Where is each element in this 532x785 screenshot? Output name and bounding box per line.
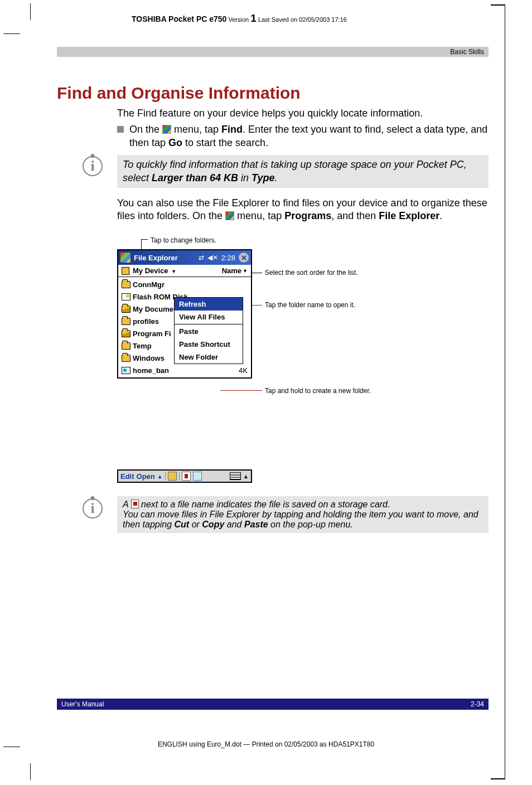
larger-than-label: Larger than 64 KB (152, 172, 238, 183)
page-cut-line (491, 778, 505, 779)
footer-bar: User's Manual 2-34 (57, 699, 489, 710)
menu-separator (175, 324, 243, 324)
manual-label: User's Manual (61, 700, 104, 708)
list-item[interactable]: home_ban4K (118, 364, 251, 376)
separator (165, 472, 166, 481)
folder-open-icon (122, 330, 130, 337)
intro-paragraph: The Find feature on your device helps yo… (117, 107, 489, 120)
file-explorer-label: File Explorer (379, 210, 439, 221)
crop-mark (3, 33, 20, 34)
callout-line (251, 273, 262, 273)
crop-mark (30, 763, 31, 780)
folder-icon (122, 342, 130, 350)
file-explorer-window: File Explorer ⇄ ◀✕ 2:28 ✕ My Device ▼ Na… (117, 249, 252, 379)
last-saved: Last Saved on 02/05/2003 17:16 (258, 16, 347, 23)
storage-card-icon[interactable] (182, 472, 191, 481)
tip-block-2-container: A next to a file name indicates the file… (117, 496, 489, 533)
find-label: Find (221, 124, 243, 135)
cut-label: Cut (175, 520, 190, 529)
storage-card-icon (122, 293, 130, 301)
keyboard-icon[interactable] (230, 472, 241, 480)
start-menu-icon (162, 125, 171, 134)
device-icon[interactable] (168, 472, 177, 481)
network-icon[interactable] (193, 472, 202, 481)
callout-line (220, 390, 262, 391)
start-menu-icon (225, 211, 234, 220)
up-arrow-icon[interactable]: ▲ (243, 473, 249, 479)
bullet-text: On the menu, tap Find. Enter the text yo… (129, 123, 489, 149)
version-number: 1 (250, 12, 257, 24)
product-name: TOSHIBA Pocket PC e750 (132, 14, 226, 23)
up-arrow-icon[interactable]: ▲ (157, 473, 163, 479)
context-menu: Refresh View All Files Paste Paste Short… (174, 297, 243, 364)
windows-logo-icon[interactable] (120, 253, 130, 263)
open-menu[interactable]: Open (137, 472, 155, 481)
page-cut-line (505, 4, 506, 778)
edit-menu[interactable]: Edit (120, 472, 134, 481)
section-bar: Basic Skills (57, 47, 489, 57)
menu-item-new-folder[interactable]: New Folder (175, 351, 243, 364)
sort-dropdown[interactable]: Name ▼ (222, 266, 248, 275)
folder-icon (122, 318, 130, 325)
callout-new-folder: Tap and hold to create a new folder. (265, 387, 371, 395)
folder-icon (122, 355, 130, 362)
callout-sort-order: Select the sort order for the list. (265, 269, 358, 277)
clock[interactable]: 2:28 (221, 254, 235, 262)
info-icon: i (83, 498, 103, 519)
image-file-icon (122, 367, 130, 374)
go-label: Go (168, 137, 182, 148)
version-label: Version (228, 16, 249, 23)
page-cut-line (491, 4, 505, 6)
location-dropdown[interactable]: My Device ▼ (133, 266, 176, 275)
callout-folder-open: Tap the folder name to open it. (265, 301, 355, 309)
paragraph: You can also use the File Explorer to fi… (117, 197, 489, 223)
bullet-marker-icon (117, 126, 124, 133)
print-info: ENGLISH using Euro_M.dot — Printed on 02… (0, 740, 532, 748)
menu-item-paste[interactable]: Paste (175, 325, 243, 338)
command-bar: Edit Open ▲ ▲ (117, 469, 252, 483)
separator (179, 472, 180, 481)
crop-mark (30, 3, 31, 20)
page-header: TOSHIBA Pocket PC e750 Version 1 Last Sa… (132, 12, 347, 25)
title-bar: File Explorer ⇄ ◀✕ 2:28 ✕ (118, 250, 251, 265)
callout-line (141, 239, 148, 240)
menu-item-paste-shortcut[interactable]: Paste Shortcut (175, 338, 243, 351)
bullet-item: On the menu, tap Find. Enter the text yo… (117, 123, 489, 149)
folder-icon (122, 281, 130, 288)
window-title: File Explorer (134, 254, 195, 262)
programs-label: Programs (284, 210, 331, 221)
chevron-down-icon: ▼ (243, 268, 248, 274)
tip-block: A next to a file name indicates the file… (117, 496, 489, 533)
info-icon: i (83, 156, 103, 176)
paste-label: Paste (244, 520, 268, 529)
page-number: 2-34 (471, 700, 484, 708)
menu-item-refresh[interactable]: Refresh (175, 298, 243, 311)
copy-label: Copy (202, 520, 224, 529)
storage-card-icon (131, 500, 139, 508)
file-size: 4K (239, 366, 248, 375)
type-label: Type (252, 172, 274, 183)
page-title: Find and Organise Information (57, 84, 301, 103)
volume-icon[interactable]: ◀✕ (207, 254, 218, 261)
section-name: Basic Skills (450, 48, 484, 56)
tip-block: To quickly find information that is taki… (117, 155, 489, 188)
chevron-down-icon: ▼ (171, 269, 176, 274)
device-icon (122, 267, 129, 275)
close-icon[interactable]: ✕ (239, 253, 249, 263)
menu-item-view-all[interactable]: View All Files (175, 311, 243, 323)
list-item[interactable]: ConnMgr (118, 278, 251, 290)
folder-open-icon (122, 306, 130, 313)
callout-tap-change: Tap to change folders. (151, 236, 216, 244)
connection-icon[interactable]: ⇄ (199, 254, 204, 261)
toolbar: My Device ▼ Name ▼ (118, 265, 251, 277)
